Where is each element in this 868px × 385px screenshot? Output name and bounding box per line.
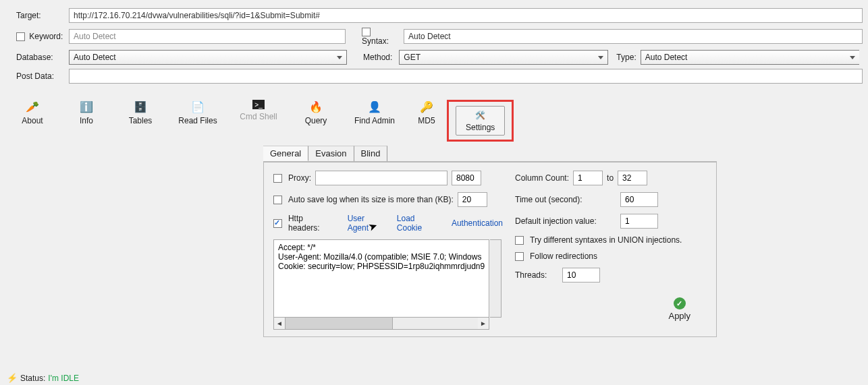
authentication-link[interactable]: Authentication: [452, 218, 503, 228]
load-cookie-link[interactable]: Load Cookie: [397, 214, 442, 233]
proxy-host-input[interactable]: [315, 171, 447, 185]
database-value: Auto Detect: [74, 53, 116, 62]
keyword-checkbox-label: Keyword:: [16, 32, 65, 41]
status-icon: ⚡: [7, 373, 18, 383]
keyword-checkbox[interactable]: [16, 32, 25, 41]
default-inj-input[interactable]: [620, 214, 658, 229]
settings-highlight-box: 🛠️ Settings: [447, 100, 514, 142]
settings-button[interactable]: 🛠️ Settings: [456, 106, 505, 136]
method-value: GET: [404, 53, 421, 62]
info-button[interactable]: ℹ️ Info: [59, 100, 113, 142]
about-button[interactable]: 🥕 About: [5, 100, 59, 142]
apply-button[interactable]: ✓ Apply: [668, 297, 690, 321]
col-from-input[interactable]: [573, 171, 603, 185]
tab-general[interactable]: General: [263, 146, 308, 161]
scroll-left-arrow[interactable]: ◄: [274, 318, 285, 329]
admin-icon: 👤: [368, 100, 381, 113]
timeout-label: Time out (second):: [515, 195, 616, 204]
headers-label: Http headers:: [288, 214, 337, 233]
tables-button[interactable]: 🗄️ Tables: [113, 100, 167, 142]
query-button[interactable]: 🔥 Query: [289, 100, 343, 142]
keyword-input[interactable]: [69, 29, 346, 44]
type-value: Auto Detect: [645, 53, 688, 62]
about-icon: 🥕: [26, 100, 39, 113]
scroll-thumb[interactable]: [285, 318, 393, 329]
type-label: Type:: [616, 53, 636, 62]
tab-blind[interactable]: Blind: [354, 146, 388, 161]
target-input[interactable]: [69, 8, 863, 23]
proxy-checkbox[interactable]: [273, 174, 282, 183]
keyword-label-text: Keyword:: [29, 32, 63, 41]
textarea-vertical-scroll[interactable]: [490, 239, 501, 318]
follow-redir-label: Follow redirections: [530, 251, 597, 261]
md5-button[interactable]: 🔑 MD5: [406, 100, 447, 142]
syntax-input[interactable]: [404, 29, 863, 44]
threads-label: Threads:: [515, 270, 558, 280]
col-to-label: to: [607, 173, 614, 183]
tables-icon: 🗄️: [134, 100, 147, 113]
follow-redir-checkbox[interactable]: [515, 252, 524, 261]
post-data-input[interactable]: [69, 69, 863, 84]
key-icon: 🔑: [420, 100, 433, 113]
method-label: Method:: [363, 53, 392, 62]
check-icon: ✓: [674, 297, 686, 309]
read-files-label: Read Files: [169, 116, 227, 125]
scroll-track[interactable]: [285, 318, 478, 329]
info-icon: ℹ️: [80, 100, 93, 113]
threads-input[interactable]: [562, 268, 600, 283]
default-inj-label: Default injection value:: [515, 216, 616, 226]
status-label: Status:: [20, 374, 45, 383]
post-data-label: Post Data:: [16, 71, 65, 81]
proxy-port-input[interactable]: [452, 171, 481, 185]
settings-label: Settings: [466, 123, 495, 132]
about-label: About: [7, 116, 58, 125]
autosave-label: Auto save log when its size is more than…: [288, 195, 454, 204]
info-label: Info: [61, 116, 112, 125]
md5-label: MD5: [408, 116, 445, 125]
query-icon: 🔥: [309, 100, 323, 113]
http-headers-textarea[interactable]: [273, 239, 489, 318]
database-dropdown[interactable]: Auto Detect: [69, 50, 347, 65]
status-value: I'm IDLE: [48, 374, 79, 383]
syntax-checkbox-wrap: Syntax:: [362, 27, 397, 46]
find-admin-button[interactable]: 👤 Find Admin: [343, 100, 406, 142]
cmd-shell-button: >_ Cmd Shell: [228, 100, 289, 142]
method-dropdown[interactable]: GET: [399, 50, 608, 65]
headers-checkbox[interactable]: [273, 219, 282, 228]
type-dropdown[interactable]: Auto Detect: [641, 50, 859, 65]
timeout-input[interactable]: [620, 192, 658, 207]
col-count-label: Column Count:: [515, 173, 569, 183]
query-label: Query: [290, 116, 342, 125]
autosave-checkbox[interactable]: [273, 196, 282, 204]
user-agent-link[interactable]: User Agent: [348, 214, 387, 233]
terminal-icon: >_: [252, 100, 265, 109]
database-label: Database:: [16, 53, 65, 62]
tab-evasion[interactable]: Evasion: [308, 146, 354, 161]
tools-icon: 🛠️: [474, 109, 487, 121]
cmd-shell-label: Cmd Shell: [229, 112, 288, 121]
target-label: Target:: [16, 11, 65, 20]
proxy-label: Proxy:: [288, 173, 311, 183]
col-to-input[interactable]: [618, 171, 647, 185]
tables-label: Tables: [115, 116, 166, 125]
status-bar: ⚡ Status: I'm IDLE: [4, 371, 82, 385]
apply-label: Apply: [668, 311, 690, 321]
find-admin-label: Find Admin: [344, 116, 405, 125]
syntax-checkbox[interactable]: [362, 28, 371, 36]
read-files-button[interactable]: 📄 Read Files: [167, 100, 228, 142]
file-icon: 📄: [191, 100, 205, 113]
try-syntax-checkbox[interactable]: [515, 236, 524, 245]
scroll-right-arrow[interactable]: ►: [478, 318, 489, 329]
settings-tabs: General Evasion Blind: [263, 146, 717, 161]
try-syntax-label: Try different syntaxes in UNION injectio…: [530, 235, 682, 245]
toolbar: 🥕 About ℹ️ Info 🗄️ Tables 📄 Read Files >…: [0, 90, 868, 142]
textarea-horizontal-scroll[interactable]: ◄ ►: [273, 318, 489, 330]
syntax-label: Syntax:: [362, 36, 389, 46]
autosave-input[interactable]: [458, 192, 487, 207]
